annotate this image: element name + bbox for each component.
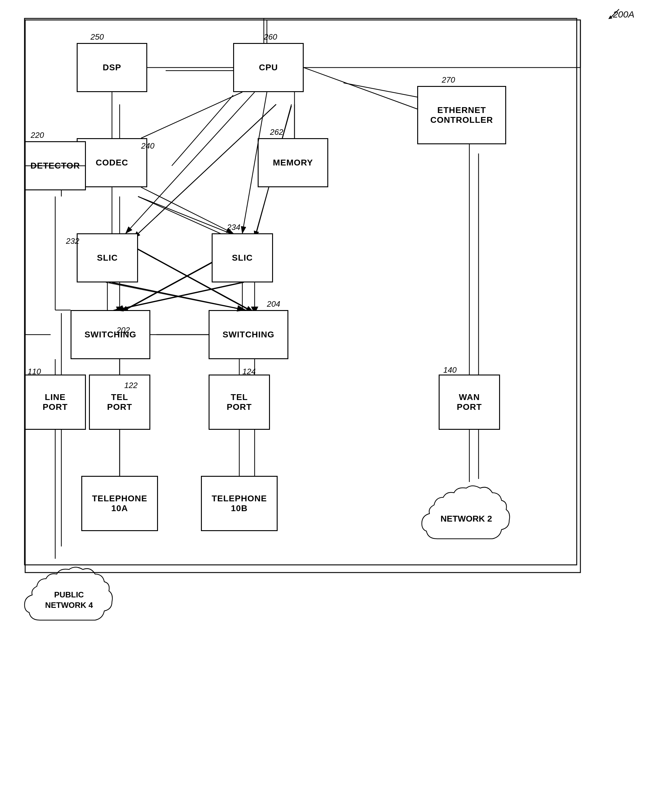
- switching1-box: SWITCHING: [71, 310, 150, 359]
- telephone1-label1: TELEPHONE: [92, 494, 147, 503]
- svg-marker-36: [608, 15, 612, 19]
- ethernet-box: ETHERNET CONTROLLER: [417, 86, 506, 144]
- slic2-box: SLIC: [212, 233, 273, 282]
- slic2-ref: 234: [227, 222, 240, 232]
- switching2-box: SWITCHING: [209, 310, 288, 359]
- wanport-label1: WAN: [457, 392, 482, 402]
- slic1-ref: 232: [66, 236, 79, 246]
- wanport-ref: 140: [443, 365, 456, 375]
- ethernet-label2: CONTROLLER: [431, 115, 493, 125]
- telport1-box: TEL PORT: [89, 375, 150, 430]
- codec-ref: 240: [141, 141, 154, 151]
- slic1-label: SLIC: [97, 253, 118, 263]
- telephone1-label2: 10A: [92, 503, 147, 513]
- telport2-ref: 124: [243, 367, 255, 376]
- telephone2-box: TELEPHONE 10B: [201, 476, 278, 531]
- lineport-label2: PORT: [43, 402, 68, 412]
- wanport-box: WAN PORT: [439, 375, 500, 430]
- public-network-label2: NETWORK 4: [45, 600, 93, 611]
- ethernet-label1: ETHERNET: [431, 105, 493, 115]
- telport1-label1: TEL: [107, 392, 132, 402]
- codec-box: CODEC: [77, 138, 147, 187]
- cpu-box: CPU: [233, 43, 304, 92]
- switching2-ref: 204: [267, 299, 280, 309]
- lineport-ref: 110: [27, 367, 41, 376]
- switching1-ref: 202: [117, 325, 130, 335]
- telport1-ref: 122: [124, 381, 137, 390]
- cpu-ref: 260: [264, 32, 277, 42]
- telephone1-box: TELEPHONE 10A: [81, 476, 158, 531]
- switching2-label: SWITCHING: [222, 330, 274, 340]
- telephone2-label2: 10B: [212, 503, 267, 513]
- slic2-label: SLIC: [232, 253, 253, 263]
- network2-label: NETWORK 2: [440, 514, 492, 524]
- ethernet-ref: 270: [442, 75, 455, 85]
- memory-box: MEMORY: [258, 138, 328, 187]
- slic1-box: SLIC: [77, 233, 138, 282]
- detector-box: DETECTOR: [24, 141, 86, 190]
- telport1-label2: PORT: [107, 402, 132, 412]
- network2-cloud: NETWORK 2: [420, 479, 512, 559]
- dsp-ref: 250: [90, 32, 104, 42]
- detector-ref: 220: [31, 130, 44, 140]
- detector-label: DETECTOR: [31, 161, 80, 171]
- public-network-label1: PUBLIC: [45, 590, 93, 600]
- telephone2-label1: TELEPHONE: [212, 494, 267, 503]
- telport2-label1: TEL: [227, 392, 252, 402]
- lineport-box: LINE PORT: [24, 375, 86, 430]
- lineport-label1: LINE: [43, 392, 68, 402]
- memory-ref: 262: [270, 127, 283, 137]
- telport2-label2: PORT: [227, 402, 252, 412]
- public-network-cloud: PUBLIC NETWORK 4: [21, 559, 117, 641]
- dsp-box: DSP: [77, 43, 147, 92]
- telport2-box: TEL PORT: [209, 375, 270, 430]
- wanport-label2: PORT: [457, 402, 482, 412]
